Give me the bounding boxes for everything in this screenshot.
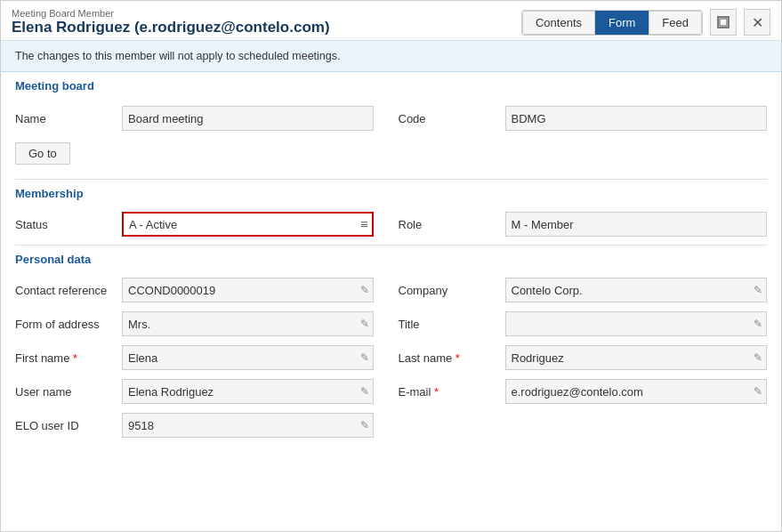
user-name-field[interactable]: Elena Rodriguez ✎: [122, 379, 374, 404]
expand-icon: [717, 16, 730, 28]
status-label: Status: [15, 218, 122, 231]
email-row: E-mail * e.rodriguez@contelo.com ✎: [399, 375, 768, 408]
membership-section-title: Membership: [15, 187, 767, 200]
company-row: Company Contelo Corp. ✎: [399, 273, 768, 307]
last-name-label: Last name *: [399, 351, 505, 365]
user-name-label: User name: [15, 385, 122, 399]
title-edit-icon[interactable]: ✎: [754, 318, 762, 330]
contact-ref-field[interactable]: CCOND0000019 ✎: [122, 278, 374, 302]
close-button[interactable]: ✕: [744, 9, 770, 36]
role-label: Role: [399, 218, 505, 231]
code-field: BDMG: [505, 106, 768, 131]
name-field: Board meeting: [122, 106, 374, 131]
company-edit-icon[interactable]: ✎: [754, 284, 762, 296]
contact-ref-row: Contact reference CCOND0000019 ✎: [15, 273, 374, 307]
info-banner: The changes to this member will not appl…: [1, 41, 781, 72]
personal-data-section-title: Personal data: [15, 253, 767, 266]
code-label: Code: [399, 112, 505, 125]
elo-user-id-field[interactable]: 9518 ✎: [122, 413, 374, 438]
user-name-edit-icon[interactable]: ✎: [360, 385, 369, 398]
contact-ref-label: Contact reference: [15, 284, 122, 297]
meeting-board-section-title: Meeting board: [15, 79, 767, 93]
first-name-edit-icon[interactable]: ✎: [360, 351, 369, 364]
name-label: Name: [15, 112, 122, 125]
form-of-address-edit-icon[interactable]: ✎: [360, 318, 369, 330]
elo-user-id-row: ELO user ID 9518 ✎: [15, 408, 374, 442]
first-name-row: First name * Elena ✎: [15, 341, 374, 375]
last-name-field[interactable]: Rodriguez ✎: [505, 345, 768, 370]
tab-feed[interactable]: Feed: [649, 11, 702, 35]
last-name-edit-icon[interactable]: ✎: [754, 351, 762, 364]
company-label: Company: [399, 284, 505, 297]
goto-button[interactable]: Go to: [15, 142, 70, 165]
form-of-address-field[interactable]: Mrs. ✎: [122, 311, 374, 336]
tab-form[interactable]: Form: [595, 11, 649, 35]
company-field[interactable]: Contelo Corp. ✎: [505, 278, 768, 302]
form-of-address-label: Form of address: [15, 318, 122, 331]
svg-rect-1: [720, 19, 727, 26]
email-label: E-mail *: [399, 385, 505, 399]
window-title: Elena Rodriguez (e.rodriguez@contelo.com…: [12, 19, 330, 36]
role-field: M - Member: [505, 212, 768, 237]
last-name-row: Last name * Rodriguez ✎: [399, 341, 768, 375]
contact-ref-edit-icon[interactable]: ✎: [360, 284, 369, 296]
first-name-field[interactable]: Elena ✎: [122, 345, 374, 370]
elo-user-id-edit-icon[interactable]: ✎: [360, 419, 369, 431]
status-field[interactable]: A - Active ≡: [122, 212, 374, 237]
tab-contents[interactable]: Contents: [522, 11, 595, 35]
elo-user-id-label: ELO user ID: [15, 419, 122, 432]
expand-button[interactable]: [710, 9, 737, 36]
form-of-address-row: Form of address Mrs. ✎: [15, 307, 374, 341]
email-edit-icon[interactable]: ✎: [754, 385, 762, 398]
status-list-icon[interactable]: ≡: [360, 217, 367, 231]
user-name-row: User name Elena Rodriguez ✎: [15, 375, 374, 408]
first-name-label: First name *: [15, 351, 122, 365]
title-label: Title: [399, 318, 505, 331]
title-row: Title ✎: [399, 307, 768, 341]
email-field[interactable]: e.rodriguez@contelo.com ✎: [505, 379, 768, 404]
window-subtitle: Meeting Board Member: [12, 8, 330, 19]
title-field[interactable]: ✎: [505, 311, 768, 336]
